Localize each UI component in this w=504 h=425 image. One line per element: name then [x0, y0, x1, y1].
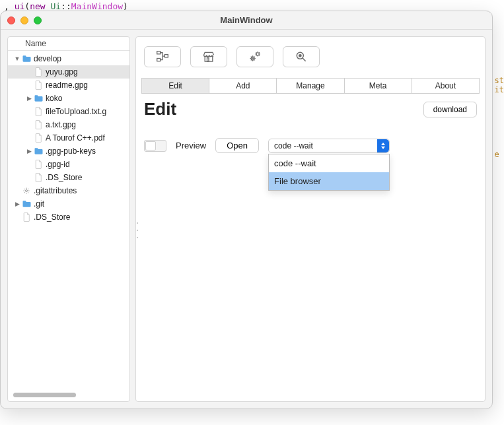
file-icon	[33, 133, 44, 143]
tab-about[interactable]: About	[412, 79, 479, 93]
folder-icon	[21, 53, 32, 64]
tree-row[interactable]: ▶.gpg-pub-keys	[8, 145, 129, 158]
tab-add[interactable]: Add	[209, 79, 277, 93]
tab-bar: EditAddManageMetaAbout	[141, 78, 480, 94]
store-icon[interactable]	[190, 46, 227, 67]
tab-manage[interactable]: Manage	[277, 79, 344, 93]
tree-row[interactable]: ▼develop	[8, 52, 129, 65]
scrollbar-thumb[interactable]	[13, 393, 76, 397]
tree-item-label: .gpg-pub-keys	[46, 147, 96, 156]
folder-icon	[33, 93, 44, 104]
file-icon	[33, 159, 44, 170]
tree-icon[interactable]	[144, 46, 181, 67]
editor-combo-dropdown: code --waitFile browser	[268, 154, 390, 191]
titlebar[interactable]: MainWindow	[1, 11, 492, 30]
file-icon	[33, 80, 44, 90]
horizontal-scrollbar[interactable]	[13, 393, 124, 397]
tree-row[interactable]: A Tourof C++.pdf	[8, 131, 129, 145]
editor-combo[interactable]: code --wait	[268, 139, 390, 153]
svg-point-0	[26, 190, 28, 192]
svg-rect-2	[157, 59, 161, 61]
tree-item-label: develop	[34, 54, 61, 63]
svg-rect-5	[207, 58, 209, 61]
file-tree-panel: Name ▼developyuyu.gpgreadme.gpg▶kokofile…	[7, 36, 130, 402]
tree-row[interactable]: ▶koko	[8, 92, 129, 105]
combo-selected-value: code --wait	[274, 141, 313, 150]
main-window: MainWindow Name ▼developyuyu.gpgreadme.g…	[0, 11, 493, 409]
magnify-icon[interactable]	[283, 46, 320, 67]
folder-icon	[21, 199, 32, 209]
tree-item-label: a.txt.gpg	[46, 120, 76, 129]
window-title: MainWindow	[1, 15, 492, 25]
tree-row[interactable]: ▶.git	[8, 197, 129, 211]
tree-row[interactable]: yuyu.gpg	[8, 65, 129, 79]
tree-item-label: .gpg-id	[46, 160, 70, 169]
tab-meta[interactable]: Meta	[345, 79, 412, 93]
open-button[interactable]: Open	[215, 138, 259, 153]
chevron-updown-icon	[377, 139, 389, 152]
tree-item-label: readme.gpg	[46, 81, 88, 90]
disclosure-icon[interactable]: ▶	[25, 148, 33, 154]
file-icon	[33, 67, 44, 77]
tree-item-label: .DS_Store	[46, 173, 82, 182]
editor-bg-text: st it e	[495, 76, 504, 159]
tree-item-label: fileToUpload.txt.g	[46, 107, 106, 116]
tree-header-name[interactable]: Name	[8, 37, 129, 51]
svg-point-10	[299, 55, 301, 57]
folder-icon	[33, 146, 44, 156]
tab-edit[interactable]: Edit	[142, 79, 209, 93]
svg-point-8	[256, 53, 259, 55]
combo-option[interactable]: File browser	[269, 172, 389, 190]
file-tree[interactable]: ▼developyuyu.gpgreadme.gpg▶kokofileToUpl…	[8, 51, 129, 401]
splitter-handle[interactable]	[135, 222, 139, 238]
disclosure-icon[interactable]: ▼	[13, 55, 21, 62]
file-icon	[33, 106, 44, 117]
page-title: Edit	[144, 99, 176, 119]
disclosure-icon[interactable]: ▶	[25, 95, 33, 102]
tree-row[interactable]: .DS_Store	[8, 171, 129, 184]
file-icon	[21, 212, 32, 222]
tree-row[interactable]: fileToUpload.txt.g	[8, 105, 129, 118]
tree-row[interactable]: .gpg-id	[8, 158, 129, 171]
tree-item-label: .DS_Store	[34, 212, 70, 222]
file-icon	[33, 172, 44, 183]
preview-label: Preview	[176, 141, 206, 150]
combo-option[interactable]: code --wait	[269, 154, 389, 172]
file-icon	[33, 119, 44, 130]
svg-rect-1	[157, 51, 161, 54]
main-panel: EditAddManageMetaAbout Edit download Pre…	[135, 36, 486, 402]
svg-point-7	[252, 58, 254, 59]
gear-icon	[21, 185, 32, 196]
preview-toggle[interactable]	[144, 140, 166, 152]
tree-row[interactable]: a.txt.gpg	[8, 118, 129, 131]
toolbar	[141, 46, 480, 67]
tree-item-label: koko	[46, 94, 62, 103]
svg-rect-3	[164, 55, 168, 57]
tree-item-label: yuyu.gpg	[46, 67, 78, 77]
tree-row[interactable]: .gitattributes	[8, 184, 129, 197]
disclosure-icon[interactable]: ▶	[13, 201, 21, 207]
download-button[interactable]: download	[423, 102, 477, 117]
tree-item-label: A Tourof C++.pdf	[46, 133, 105, 143]
tree-row[interactable]: readme.gpg	[8, 79, 129, 92]
tree-row[interactable]: .DS_Store	[8, 211, 129, 224]
tree-item-label: .gitattributes	[34, 186, 77, 195]
editor-code-line: , ui(new Ui::MainWindow)	[4, 1, 128, 11]
gears-icon[interactable]	[236, 46, 273, 67]
tree-item-label: .git	[34, 199, 44, 209]
